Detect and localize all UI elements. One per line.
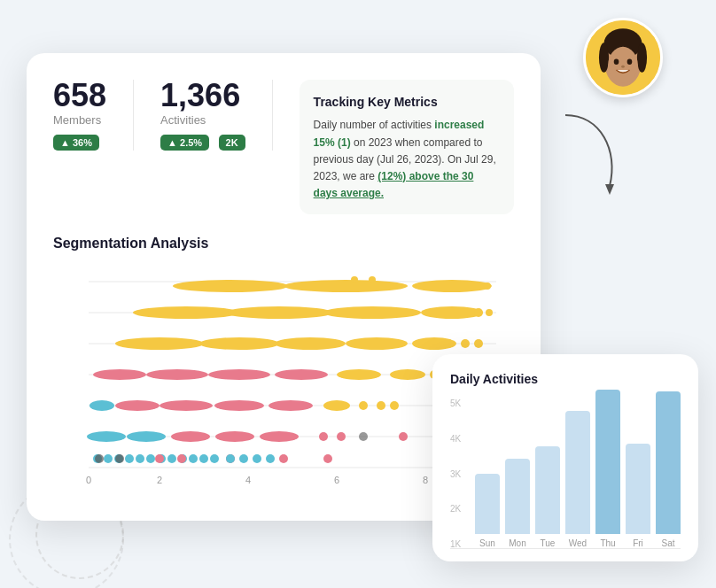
- bar-sun-fill: [475, 474, 500, 534]
- svg-point-74: [173, 280, 288, 292]
- svg-point-53: [93, 369, 146, 380]
- bar-tue-fill: [535, 446, 560, 534]
- svg-point-43: [399, 432, 408, 441]
- segmentation-title: Segmentation Analysis: [53, 236, 514, 251]
- svg-point-26: [155, 454, 164, 463]
- svg-point-65: [412, 337, 456, 350]
- svg-point-44: [90, 400, 114, 411]
- svg-point-70: [323, 306, 421, 319]
- svg-text:2: 2: [157, 475, 162, 485]
- svg-point-42: [359, 432, 368, 441]
- svg-point-17: [146, 454, 155, 463]
- svg-point-23: [210, 454, 219, 463]
- svg-point-73: [486, 309, 493, 316]
- bar-tue: Tue: [535, 446, 560, 548]
- bar-mon: Mon: [505, 459, 530, 548]
- svg-point-32: [239, 454, 248, 463]
- metrics-row: 658 Members ▲ 36% 1,366 Activities ▲ 2.5…: [53, 80, 514, 214]
- activities-label: Activities: [160, 113, 245, 127]
- svg-point-41: [337, 432, 346, 441]
- svg-point-36: [127, 431, 166, 442]
- arrow: [556, 106, 627, 195]
- svg-point-40: [319, 432, 328, 441]
- svg-point-50: [359, 401, 368, 410]
- svg-point-86: [614, 58, 619, 65]
- svg-point-56: [275, 369, 328, 380]
- scene: 658 Members ▲ 36% 1,366 Activities ▲ 2.5…: [0, 0, 716, 588]
- svg-point-57: [337, 369, 381, 380]
- bar-fri-fill: [626, 444, 650, 534]
- daily-activities-title: Daily Activities: [450, 372, 681, 386]
- tracking-box: Tracking Key Metrics Daily number of act…: [300, 80, 514, 214]
- tracking-title: Tracking Key Metrics: [314, 92, 500, 112]
- tracking-text-1: Daily number of activities: [314, 119, 435, 131]
- svg-point-87: [627, 58, 633, 65]
- svg-point-84: [637, 43, 647, 73]
- svg-text:0: 0: [86, 475, 91, 485]
- members-metric: 658 Members ▲ 36%: [53, 80, 134, 151]
- svg-point-85: [608, 47, 638, 83]
- svg-point-67: [474, 339, 483, 348]
- svg-point-88: [621, 66, 625, 68]
- bar-wed-fill: [565, 411, 590, 534]
- svg-point-37: [171, 431, 210, 442]
- svg-point-24: [95, 454, 104, 463]
- bar-mon-fill: [505, 459, 530, 534]
- bar-sat-label: Sat: [661, 538, 674, 548]
- svg-point-61: [115, 337, 204, 350]
- svg-point-51: [377, 401, 385, 410]
- svg-marker-89: [605, 184, 614, 195]
- svg-point-49: [323, 400, 350, 411]
- svg-point-54: [146, 369, 208, 380]
- svg-text:4: 4: [245, 475, 251, 485]
- bar-thu: Thu: [595, 390, 620, 548]
- bar-tue-label: Tue: [541, 538, 556, 548]
- svg-point-63: [275, 337, 346, 350]
- svg-point-58: [390, 369, 425, 380]
- bar-fri: Fri: [626, 444, 650, 548]
- members-value: 658: [53, 80, 106, 112]
- svg-point-69: [226, 306, 332, 319]
- avatar-container: [583, 18, 663, 97]
- svg-point-33: [253, 454, 261, 463]
- svg-point-25: [115, 454, 124, 463]
- svg-point-38: [215, 431, 254, 442]
- activities-extra-badge: 2K: [219, 135, 245, 151]
- svg-point-78: [351, 276, 358, 283]
- svg-point-66: [461, 339, 470, 348]
- svg-point-45: [115, 400, 160, 411]
- members-label: Members: [53, 113, 106, 127]
- svg-point-16: [136, 454, 144, 463]
- svg-point-21: [189, 454, 198, 463]
- members-badge: ▲ 36%: [53, 135, 99, 151]
- svg-text:8: 8: [423, 475, 428, 485]
- activities-value: 1,366: [160, 80, 245, 112]
- bar-thu-label: Thu: [600, 538, 615, 548]
- bar-wed: Wed: [565, 411, 590, 548]
- svg-text:6: 6: [334, 475, 339, 485]
- svg-point-19: [167, 454, 176, 463]
- svg-point-39: [260, 431, 299, 442]
- activities-metric: 1,366 Activities ▲ 2.5% 2K: [160, 80, 273, 151]
- bar-fri-label: Fri: [633, 538, 643, 548]
- svg-point-47: [214, 400, 264, 411]
- svg-point-55: [208, 369, 270, 380]
- svg-point-72: [474, 308, 483, 317]
- svg-point-83: [599, 43, 609, 73]
- bar-sun-label: Sun: [479, 538, 495, 548]
- svg-point-35: [87, 431, 126, 442]
- bar-chart-wrapper: 5K 4K 3K 2K 1K Sun Mon: [450, 398, 681, 549]
- svg-point-77: [484, 282, 491, 290]
- bar-thu-fill: [595, 390, 620, 534]
- bar-wed-label: Wed: [569, 538, 587, 548]
- svg-point-46: [160, 400, 213, 411]
- svg-point-31: [226, 454, 235, 463]
- bar-sat: Sat: [656, 391, 681, 549]
- bar-sun: Sun: [475, 474, 500, 548]
- activities-badge: ▲ 2.5%: [160, 135, 209, 151]
- svg-point-22: [199, 454, 208, 463]
- svg-point-62: [199, 337, 279, 350]
- svg-point-79: [369, 276, 376, 283]
- svg-point-15: [125, 454, 134, 463]
- svg-point-64: [346, 337, 408, 350]
